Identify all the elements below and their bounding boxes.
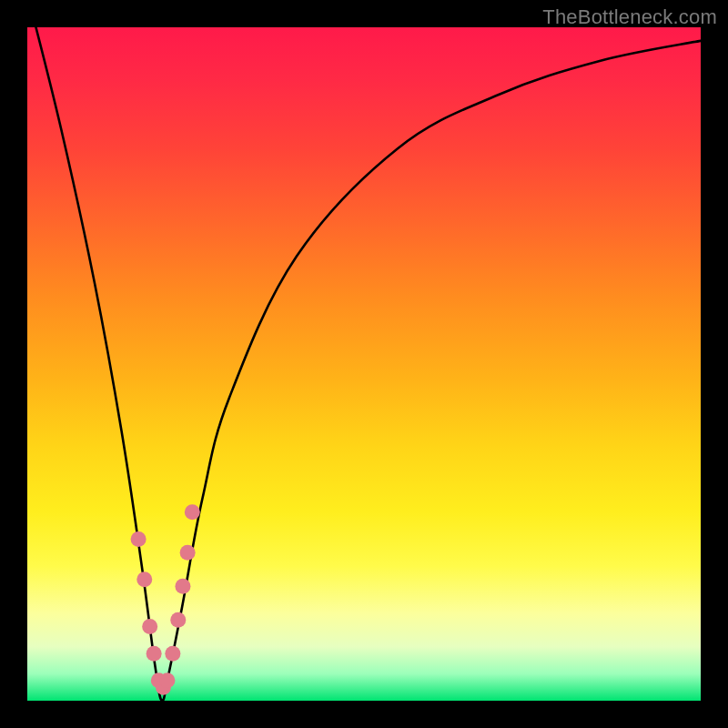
curve-path <box>27 27 701 701</box>
marker-dot <box>165 646 180 662</box>
marker-dot <box>175 579 190 594</box>
marker-dot <box>159 672 175 688</box>
marker-dot <box>136 571 152 587</box>
marker-dot <box>147 646 162 662</box>
marker-dot <box>185 504 200 520</box>
watermark-text: TheBottleneck.com <box>542 5 717 29</box>
marker-dot <box>142 619 157 634</box>
highlight-markers <box>131 504 200 694</box>
plot-area <box>27 27 701 701</box>
marker-dot <box>180 545 196 561</box>
marker-dot <box>131 531 147 547</box>
chart-container: TheBottleneck.com <box>0 0 728 728</box>
marker-dot <box>170 612 186 628</box>
curve-layer <box>27 27 701 701</box>
bottleneck-curve <box>27 27 701 701</box>
